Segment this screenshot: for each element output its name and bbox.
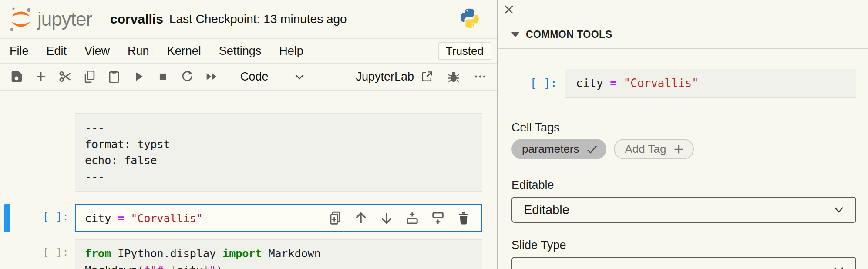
delete-cell-button[interactable] bbox=[456, 210, 471, 226]
cell-hover-toolbar bbox=[327, 205, 471, 231]
preview-code-line: city = "Corvallis" bbox=[576, 77, 699, 90]
cell-type-chevron[interactable] bbox=[294, 73, 305, 81]
code-line: city = "Corvallis" bbox=[85, 210, 203, 226]
move-cell-up-button[interactable] bbox=[353, 210, 369, 226]
external-link-icon[interactable] bbox=[420, 70, 434, 84]
stop-icon bbox=[155, 69, 170, 84]
menubar: FileEditViewRunKernelSettingsHelp Truste… bbox=[0, 39, 497, 64]
cell-prompt: [ ]: bbox=[0, 204, 75, 232]
external-link-icon-glyph bbox=[420, 70, 434, 84]
more-commands-button[interactable] bbox=[473, 70, 487, 84]
cell-tags-label: Cell Tags bbox=[511, 121, 868, 134]
code-line: Markdown(f"# {city}") bbox=[85, 262, 482, 269]
plus-icon bbox=[673, 144, 684, 155]
check-icon bbox=[586, 145, 598, 154]
save-button[interactable] bbox=[9, 69, 24, 84]
duplicate-cell-button[interactable] bbox=[327, 210, 343, 226]
code-line: from IPython.display import Markdown bbox=[85, 245, 482, 262]
preview-prompt: [ ]: bbox=[511, 77, 565, 90]
property-inspector-panel: COMMON TOOLS [ ]: city = "Corvallis" Cel… bbox=[497, 0, 868, 269]
notebook-toolbar: Code JupyterLab bbox=[0, 64, 497, 91]
checkpoint-status: Last Checkpoint: 13 minutes ago bbox=[169, 12, 347, 26]
python-logo-icon bbox=[458, 7, 481, 30]
menu-file[interactable]: File bbox=[10, 44, 29, 58]
jupyter-logo[interactable]: jupyter bbox=[7, 5, 92, 33]
menu-edit[interactable]: Edit bbox=[47, 44, 67, 58]
paste-cells-button[interactable] bbox=[106, 69, 122, 84]
raw-cell-editor[interactable]: ---format: typstecho: false--- bbox=[75, 113, 482, 192]
arrow-down-icon bbox=[379, 210, 394, 226]
notebook-title[interactable]: corvallis bbox=[110, 12, 163, 27]
slide-type-select[interactable]: - bbox=[511, 257, 856, 269]
cell-code: [ ]: from IPython.display import Markdow… bbox=[0, 239, 497, 269]
common-tools-section-header[interactable]: COMMON TOOLS bbox=[511, 29, 868, 40]
copy-icon bbox=[82, 69, 97, 84]
ellipsis-icon bbox=[473, 70, 487, 84]
trusted-badge[interactable]: Trusted bbox=[438, 42, 491, 60]
code-cell-editor[interactable]: from IPython.display import Markdown Mar… bbox=[75, 239, 482, 269]
slide-type-label: Slide Type bbox=[511, 239, 868, 252]
insert-cell-button[interactable] bbox=[33, 69, 49, 84]
jupyter-logo-text: jupyter bbox=[37, 8, 92, 30]
play-icon bbox=[131, 69, 146, 84]
editable-select-value: Editable bbox=[524, 203, 569, 217]
menu-items: FileEditViewRunKernelSettingsHelp bbox=[10, 44, 321, 58]
editable-select[interactable]: Editable bbox=[511, 197, 856, 223]
close-panel-button[interactable] bbox=[502, 3, 515, 16]
tag-parameters[interactable]: parameters bbox=[511, 139, 606, 159]
cells-container: ---format: typstecho: false--- [ ]: city… bbox=[0, 91, 497, 269]
section-divider bbox=[498, 48, 868, 49]
menu-help[interactable]: Help bbox=[279, 44, 303, 58]
chevron-down-icon bbox=[833, 206, 845, 214]
menu-run[interactable]: Run bbox=[128, 44, 149, 58]
clipboard-icon bbox=[107, 69, 121, 84]
cell-prompt-empty bbox=[0, 113, 75, 192]
cell-code-selected: [ ]: city = "Corvallis" bbox=[0, 204, 497, 232]
raw-line: --- bbox=[85, 120, 482, 136]
python-kernel-icon[interactable] bbox=[458, 7, 481, 31]
menu-settings[interactable]: Settings bbox=[219, 44, 262, 58]
interrupt-kernel-button[interactable] bbox=[155, 69, 171, 84]
restart-run-all-button[interactable] bbox=[204, 69, 219, 84]
run-cell-button[interactable] bbox=[131, 69, 146, 84]
open-jupyterlab-link[interactable]: JupyterLab bbox=[356, 70, 414, 84]
raw-line: --- bbox=[85, 168, 482, 185]
fast-forward-icon bbox=[204, 69, 219, 84]
section-title: COMMON TOOLS bbox=[526, 29, 612, 40]
jupyter-app: jupyter corvallis Last Checkpoint: 13 mi… bbox=[0, 0, 868, 269]
scissors-icon bbox=[58, 69, 73, 84]
cell-tags-row: parameters Add Tag bbox=[511, 139, 868, 159]
notebook-header: jupyter corvallis Last Checkpoint: 13 mi… bbox=[0, 0, 497, 39]
slide-type-select-value: - bbox=[524, 263, 528, 269]
debugger-button[interactable] bbox=[446, 69, 461, 84]
arrow-up-icon bbox=[353, 210, 369, 226]
chevron-down-icon bbox=[833, 266, 845, 269]
tag-label: parameters bbox=[522, 142, 579, 156]
menu-kernel[interactable]: Kernel bbox=[167, 44, 201, 58]
restart-kernel-button[interactable] bbox=[179, 69, 195, 84]
jupyter-logo-icon bbox=[7, 5, 35, 33]
cell-prompt: [ ]: bbox=[0, 239, 75, 269]
duplicate-cell-icon bbox=[327, 210, 343, 226]
cell-type-dropdown[interactable]: Code bbox=[240, 70, 269, 84]
active-cell-preview: [ ]: city = "Corvallis" bbox=[511, 69, 868, 98]
menu-view[interactable]: View bbox=[84, 44, 110, 58]
save-icon bbox=[9, 69, 24, 84]
raw-line: format: typst bbox=[85, 136, 482, 152]
copy-cells-button[interactable] bbox=[82, 69, 98, 84]
code-cell-editor-selected[interactable]: city = "Corvallis" bbox=[75, 204, 482, 232]
cell-raw: ---format: typstecho: false--- bbox=[0, 113, 497, 192]
insert-cell-below-button[interactable] bbox=[430, 210, 446, 226]
insert-above-icon bbox=[404, 210, 420, 226]
notebook-area: jupyter corvallis Last Checkpoint: 13 mi… bbox=[0, 0, 497, 269]
cell-selection-bar bbox=[4, 204, 10, 232]
chevron-down-icon bbox=[294, 73, 305, 81]
insert-cell-above-button[interactable] bbox=[404, 210, 420, 226]
close-icon bbox=[502, 3, 515, 16]
section-collapse-caret-icon bbox=[511, 32, 519, 37]
restart-icon bbox=[180, 69, 195, 84]
editable-label: Editable bbox=[511, 178, 868, 192]
add-tag-button[interactable]: Add Tag bbox=[614, 139, 694, 159]
cut-cells-button[interactable] bbox=[57, 69, 73, 84]
move-cell-down-button[interactable] bbox=[379, 210, 394, 226]
